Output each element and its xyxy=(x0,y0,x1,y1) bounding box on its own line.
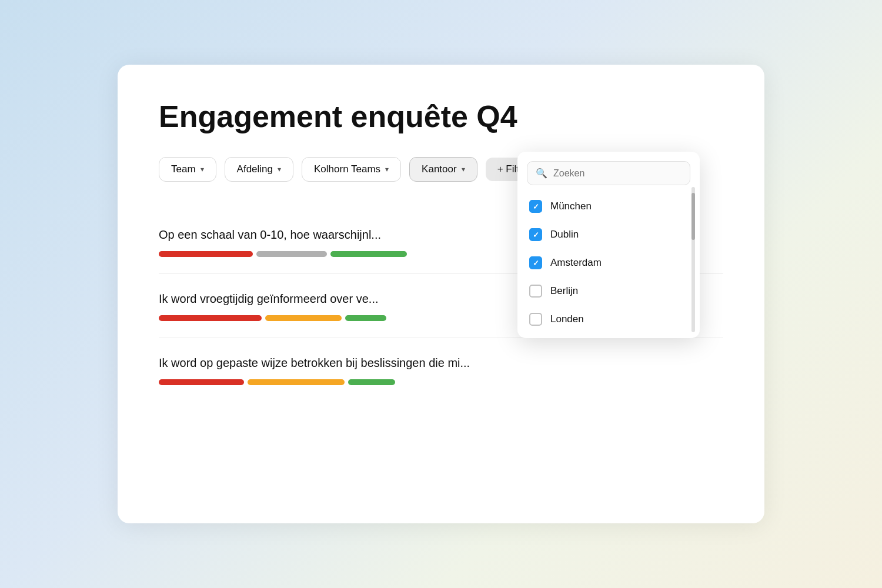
checkbox-checked[interactable]: ✓ xyxy=(529,256,542,269)
bar-green xyxy=(330,251,407,257)
dropdown-item[interactable]: ✓München xyxy=(517,192,700,220)
bar-group xyxy=(159,379,723,385)
bar-gray xyxy=(256,251,327,257)
dropdown-items-list: ✓München✓Dublin✓AmsterdamBerlijnLonden xyxy=(517,192,700,333)
bar-orange xyxy=(248,379,345,385)
dropdown-item-label: Amsterdam xyxy=(550,257,602,269)
bar-green xyxy=(348,379,395,385)
checkbox-checked[interactable]: ✓ xyxy=(529,200,542,213)
afdeling-chevron-icon: ▾ xyxy=(278,165,281,173)
main-card: Engagement enquête Q4 Team ▾ Afdeling ▾ … xyxy=(118,65,764,523)
check-icon: ✓ xyxy=(533,230,539,239)
dropdown-item-label: München xyxy=(550,201,592,212)
team-filter-button[interactable]: Team ▾ xyxy=(159,157,216,182)
team-filter-label: Team xyxy=(171,163,196,175)
bar-red xyxy=(159,379,244,385)
bar-green xyxy=(345,315,386,321)
bar-red xyxy=(159,315,262,321)
dropdown-item[interactable]: Londen xyxy=(517,305,700,333)
dropdown-item-label: Berlijn xyxy=(550,285,578,297)
kantoor-filter-label: Kantoor xyxy=(422,163,457,175)
kolhorn-filter-label: Kolhorn Teams xyxy=(314,163,380,175)
dropdown-item[interactable]: ✓Amsterdam xyxy=(517,249,700,277)
dropdown-search-container: 🔍 xyxy=(527,161,690,185)
check-icon: ✓ xyxy=(533,202,539,211)
dropdown-item[interactable]: Berlijn xyxy=(517,277,700,305)
dropdown-item[interactable]: ✓Dublin xyxy=(517,220,700,249)
checkbox-checked[interactable]: ✓ xyxy=(529,228,542,241)
kantoor-dropdown: 🔍 ✓München✓Dublin✓AmsterdamBerlijnLonden xyxy=(517,152,700,338)
page-title: Engagement enquête Q4 xyxy=(159,100,723,133)
kolhorn-chevron-icon: ▾ xyxy=(385,165,389,173)
afdeling-filter-label: Afdeling xyxy=(237,163,273,175)
kantoor-filter-button[interactable]: Kantoor ▾ xyxy=(409,157,477,182)
kolhorn-filter-button[interactable]: Kolhorn Teams ▾ xyxy=(302,157,401,182)
scrollbar-track[interactable] xyxy=(691,187,695,332)
check-icon: ✓ xyxy=(533,259,539,268)
question-text: Ik word op gepaste wijze betrokken bij b… xyxy=(159,355,723,371)
kantoor-chevron-icon: ▾ xyxy=(462,165,465,173)
checkbox-unchecked[interactable] xyxy=(529,313,542,326)
question-item: Ik word op gepaste wijze betrokken bij b… xyxy=(159,338,723,402)
search-icon: 🔍 xyxy=(536,168,547,179)
dropdown-search-input[interactable] xyxy=(553,168,681,179)
afdeling-filter-button[interactable]: Afdeling ▾ xyxy=(225,157,293,182)
scrollbar-thumb[interactable] xyxy=(691,193,695,240)
dropdown-item-label: Londen xyxy=(550,313,584,325)
bar-red xyxy=(159,251,253,257)
bar-orange xyxy=(265,315,342,321)
dropdown-item-label: Dublin xyxy=(550,229,579,240)
team-chevron-icon: ▾ xyxy=(201,165,204,173)
checkbox-unchecked[interactable] xyxy=(529,285,542,298)
